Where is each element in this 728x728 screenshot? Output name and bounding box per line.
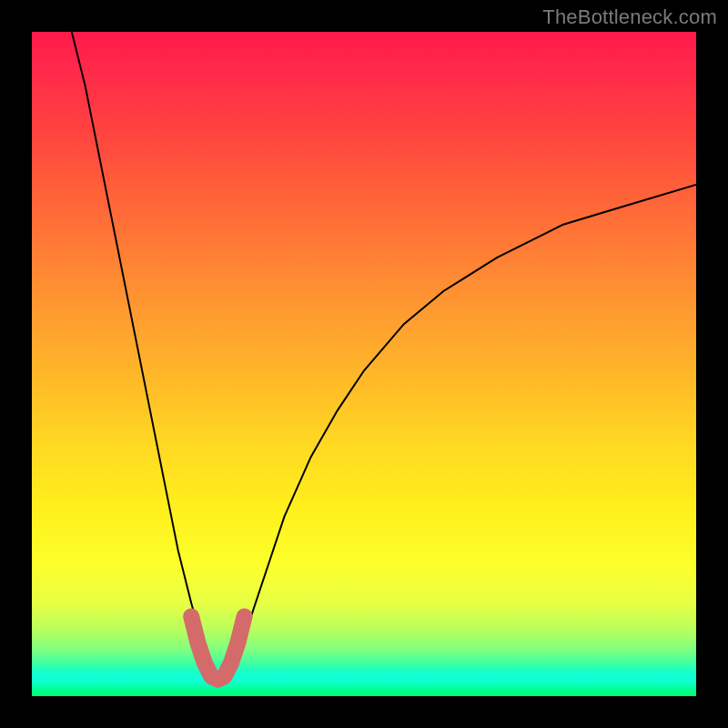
watermark-text: TheBottleneck.com — [542, 5, 717, 29]
chart-svg — [32, 32, 696, 696]
bottleneck-curve — [72, 32, 696, 680]
plot-area — [32, 32, 696, 696]
valley-highlight — [191, 616, 244, 679]
chart-frame: TheBottleneck.com — [0, 0, 728, 728]
